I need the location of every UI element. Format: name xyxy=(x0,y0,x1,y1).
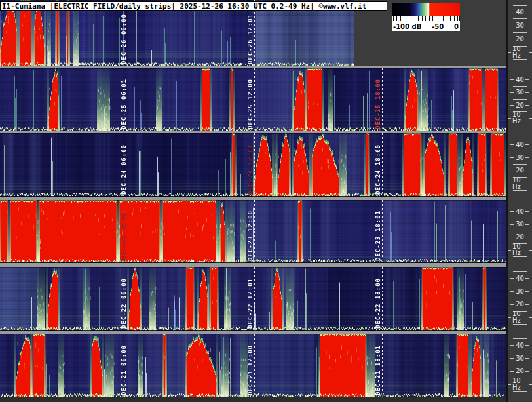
freq-tick-label: 30 xyxy=(508,22,532,30)
time-label: DEC-23 12:00 xyxy=(247,211,254,261)
time-label: DEC-24 12:01 xyxy=(247,144,254,195)
time-label: DEC-25 18:00 xyxy=(375,79,381,129)
time-label: DEC-25 12:00 xyxy=(247,79,254,129)
freq-tick-label: 20 xyxy=(508,35,532,43)
freq-minor-tick xyxy=(513,298,527,298)
freq-minor-tick xyxy=(513,5,527,6)
time-label: DEC-25 06:01 xyxy=(121,79,127,129)
freq-tick-label: 10 Hz xyxy=(508,114,532,122)
freq-minor-tick xyxy=(513,73,527,73)
time-label: DEC-22 18:00 xyxy=(375,278,381,329)
freq-tick-label: 30 xyxy=(508,154,532,162)
freq-minor-tick xyxy=(513,285,527,285)
color-gradient-bar xyxy=(392,3,460,16)
freq-tick-label: 40 xyxy=(508,141,532,149)
time-label: DEC-24 18:00 xyxy=(375,144,381,195)
freq-tick-label: 10 Hz xyxy=(508,49,532,56)
legend-label-max: 0 xyxy=(454,23,459,30)
time-label: DEC-22 12:01 xyxy=(247,278,254,329)
time-label: DEC-23 18:01 xyxy=(375,211,381,261)
strip-separator xyxy=(0,131,506,133)
strip-separator xyxy=(0,197,506,200)
freq-tick-label: 40 xyxy=(508,9,532,16)
freq-minor-tick xyxy=(513,231,527,231)
freq-minor-tick xyxy=(513,18,527,19)
strip-separator xyxy=(0,331,506,334)
title-bar: I1-Cumiana |ELECTRIC FIELD/daily strips|… xyxy=(0,1,387,11)
freq-tick-label: 20 xyxy=(508,367,532,375)
spectrogram-strip-dec-23: DEC-23 06:01DEC-23 12:00DEC-23 18:01 xyxy=(0,200,506,263)
freq-tick-label: 10 Hz xyxy=(508,246,532,254)
time-label: DEC-26 12:01 xyxy=(247,14,254,64)
strip-separator xyxy=(0,66,506,68)
freq-tick-label: 10 Hz xyxy=(508,313,532,321)
freq-minor-tick xyxy=(513,352,527,352)
legend-scale: -100 dB -50 0 xyxy=(392,16,460,31)
time-label: DEC-21 12:00 xyxy=(247,345,254,395)
freq-minor-tick xyxy=(513,151,527,151)
freq-minor-tick xyxy=(513,138,527,138)
freq-minor-tick xyxy=(513,32,527,33)
legend-ticks xyxy=(392,16,460,21)
color-scale-legend: -100 dB -50 0 xyxy=(392,3,460,31)
spectrogram-strip-dec-22: DEC-22 06:00DEC-22 12:01DEC-22 18:00 xyxy=(0,267,506,331)
freq-tick-label: 40 xyxy=(508,275,532,283)
freq-minor-tick xyxy=(513,205,527,205)
bottom-bar xyxy=(0,397,506,402)
time-label: DEC-21 18:01 xyxy=(375,345,381,395)
freq-tick-label: 20 xyxy=(508,233,532,241)
freq-tick-label: 30 xyxy=(508,288,532,296)
freq-tick-label: 40 xyxy=(508,342,532,350)
freq-minor-tick xyxy=(513,338,527,339)
freq-tick-label: 20 xyxy=(508,102,532,110)
frequency-axis: 40302010 Hz40302010 Hz40302010 Hz4030201… xyxy=(508,0,532,402)
time-label: DEC-23 06:01 xyxy=(121,211,127,261)
freq-tick-label: 30 xyxy=(508,220,532,228)
freq-tick-label: 30 xyxy=(508,89,532,96)
spectrogram-strips: DEC-26 06:00DEC-26 12:01DEC-25 06:01DEC-… xyxy=(0,0,506,402)
freq-tick-label: 40 xyxy=(508,76,532,84)
spectrogram-strip-dec-21: DEC-21 06:00DEC-21 12:00DEC-21 18:01 xyxy=(0,334,506,397)
time-label: DEC-26 06:00 xyxy=(121,14,127,64)
freq-minor-tick xyxy=(513,218,527,218)
freq-tick-label: 10 Hz xyxy=(508,180,532,188)
freq-minor-tick xyxy=(513,86,527,87)
freq-tick-label: 10 Hz xyxy=(508,380,532,388)
strip-separator xyxy=(0,263,506,267)
freq-tick-label: 20 xyxy=(508,300,532,308)
legend-label-mid: -50 xyxy=(432,23,444,30)
freq-minor-tick xyxy=(513,164,527,165)
title-text: I1-Cumiana |ELECTRIC FIELD/daily strips|… xyxy=(1,2,387,10)
freq-tick-label: 30 xyxy=(508,355,532,363)
freq-minor-tick xyxy=(513,271,527,272)
freq-minor-tick xyxy=(513,99,527,100)
time-label: DEC-24 06:00 xyxy=(121,144,127,195)
time-label: DEC-21 06:00 xyxy=(121,345,127,395)
spectrogram-strip-dec-24: DEC-24 06:00DEC-24 12:01DEC-24 18:00 xyxy=(0,133,506,197)
freq-minor-tick xyxy=(513,365,527,365)
freq-tick-label: 20 xyxy=(508,167,532,174)
freq-tick-label: 40 xyxy=(508,208,532,216)
legend-label-min: -100 dB xyxy=(393,23,421,30)
vlf-daily-strips-screen: DEC-26 06:00DEC-26 12:01DEC-25 06:01DEC-… xyxy=(0,0,532,402)
time-label: DEC-22 06:00 xyxy=(121,278,127,329)
spectrogram-strip-dec-25: DEC-25 06:01DEC-25 12:00DEC-25 18:00 xyxy=(0,68,506,131)
